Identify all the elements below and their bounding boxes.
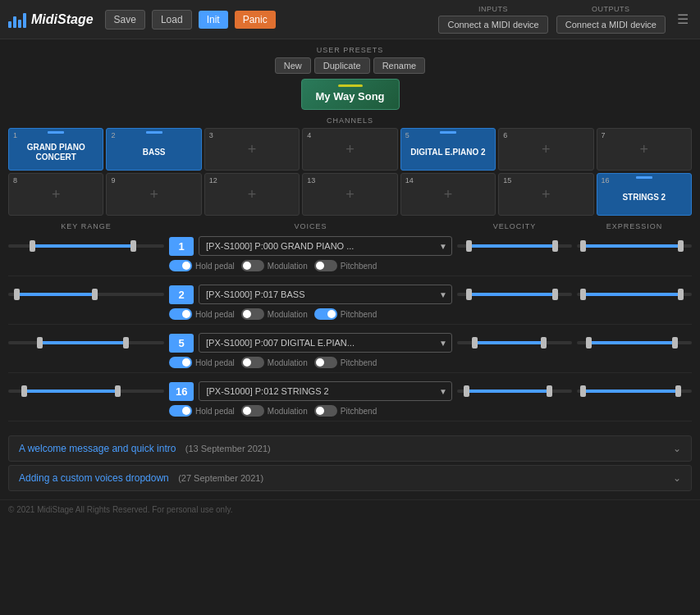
key-range-left-handle-1[interactable] — [30, 240, 35, 252]
connect-midi-input-button[interactable]: Connect a MIDI device — [438, 16, 547, 34]
accordion-header-1[interactable]: A welcome message and quick intro (13 Se… — [9, 436, 691, 461]
expression-slider-1[interactable] — [577, 240, 692, 252]
new-preset-button[interactable]: New — [275, 57, 311, 74]
toggle-hold-pedal-ch5[interactable]: Hold pedal — [169, 357, 235, 368]
channel-cell-16[interactable]: 16 STRINGS 2 — [597, 173, 692, 216]
channel-cell-13[interactable]: 13 + — [302, 173, 397, 216]
channel-number-12: 12 — [209, 176, 217, 184]
channel-number-3: 3 — [209, 131, 213, 139]
velocity-slider-2[interactable] — [457, 289, 572, 300]
velocity-slider-5[interactable] — [457, 337, 572, 348]
accordion-item-2: Adding a custom voices dropdown (27 Sept… — [8, 465, 692, 491]
toggle-modulation-ch2[interactable]: Modulation — [241, 308, 308, 320]
accordion-item-1: A welcome message and quick intro (13 Se… — [8, 435, 692, 462]
key-range-slider-5[interactable] — [8, 337, 164, 348]
toggle-pitchbend-ch5[interactable]: Pitchbend — [314, 357, 377, 368]
toggle-hold-pedal-ch2[interactable]: Hold pedal — [169, 308, 235, 320]
channel-cell-7[interactable]: 7 + — [597, 128, 692, 171]
expression-slider-16[interactable] — [577, 385, 692, 397]
key-range-left-handle-5[interactable] — [37, 337, 43, 348]
channel-number-13: 13 — [307, 176, 315, 184]
channel-plus-4: + — [345, 142, 355, 157]
channel-plus-7: + — [640, 142, 649, 157]
voice-select-5[interactable]: [PX-S1000] P:007 DIGITAL E.PIAN... — [199, 333, 452, 353]
key-range-left-handle-16[interactable] — [21, 385, 27, 397]
key-range-slider-16[interactable] — [8, 385, 164, 397]
toggle-pitchbend-ch2[interactable]: Pitchbend — [314, 308, 377, 320]
key-range-right-handle-2[interactable] — [92, 289, 98, 300]
key-range-left-handle-2[interactable] — [14, 289, 20, 300]
toggle-modulation-ch1[interactable]: Modulation — [241, 260, 308, 271]
preset-active-indicator — [338, 84, 363, 87]
channel-cell-5[interactable]: 5 DIGITAL E.PIANO 2 — [400, 128, 496, 171]
settings-button[interactable]: ☰ — [674, 8, 692, 30]
voice-select-2[interactable]: [PX-S1000] P:017 BASS — [199, 285, 452, 304]
channel-cell-1[interactable]: 1 GRAND PIANOCONCERT — [8, 128, 103, 171]
channel-plus-8: + — [52, 187, 61, 202]
key-range-slider-2[interactable] — [8, 289, 164, 300]
channel-number-4: 4 — [307, 131, 311, 139]
channel-cell-15[interactable]: 15 + — [498, 173, 593, 216]
toggle-pitchbend-ch16[interactable]: Pitchbend — [314, 405, 377, 417]
channels-label: CHANNELS — [8, 116, 692, 125]
duplicate-preset-button[interactable]: Duplicate — [314, 57, 370, 74]
expression-slider-2[interactable] — [577, 289, 692, 300]
channel-cell-6[interactable]: 6 + — [498, 128, 593, 171]
channel-plus-13: + — [345, 187, 355, 202]
load-button[interactable]: Load — [152, 10, 192, 30]
voice-select-1[interactable]: [PX-S1000] P:000 GRAND PIANO ... — [199, 236, 452, 256]
accordion-date-close-2: ) — [260, 473, 263, 483]
accordion-title-text-1: A welcome message and quick intro — [19, 443, 176, 454]
footer: © 2021 MidiStage All Rights Reserved. Fo… — [0, 499, 700, 519]
logo-bar-2 — [13, 16, 16, 28]
logo: MidiStage — [8, 11, 94, 28]
channel-badge-5: 5 — [169, 334, 194, 353]
voice-row-16: 16[PX-S1000] P:012 STRINGS 2▼ Hold pedal… — [8, 379, 692, 427]
logo-icon — [8, 11, 26, 28]
accordion-date-close-1: ) — [268, 444, 271, 453]
key-range-label: KEY RANGE — [8, 222, 164, 230]
velocity-slider-1[interactable] — [457, 240, 572, 252]
toggle-hold-pedal-ch1[interactable]: Hold pedal — [169, 260, 235, 271]
header: MidiStage Save Load Init Panic INPUTS Co… — [0, 0, 700, 39]
channel-plus-6: + — [542, 142, 551, 157]
rename-preset-button[interactable]: Rename — [373, 57, 426, 74]
channel-cell-9[interactable]: 9 + — [106, 173, 201, 216]
connect-midi-output-button[interactable]: Connect a MIDI device — [556, 16, 666, 34]
channel-name-16: STRINGS 2 — [622, 193, 666, 203]
velocity-slider-16[interactable] — [457, 385, 572, 397]
channel-indicator-5 — [440, 131, 456, 134]
key-range-right-handle-5[interactable] — [123, 337, 129, 348]
outputs-group: OUTPUTS Connect a MIDI device — [556, 5, 666, 34]
channel-cell-12[interactable]: 12 + — [204, 173, 300, 216]
channel-cell-2[interactable]: 2 BASS — [106, 128, 201, 171]
channel-cell-4[interactable]: 4 + — [302, 128, 397, 171]
init-button[interactable]: Init — [199, 11, 228, 29]
logo-bar-1 — [8, 21, 11, 28]
key-range-right-handle-1[interactable] — [130, 240, 136, 252]
footer-text: © 2021 MidiStage All Rights Reserved. Fo… — [8, 505, 232, 514]
voice-select-16[interactable]: [PX-S1000] P:012 STRINGS 2 — [199, 381, 452, 401]
channel-number-6: 6 — [503, 131, 507, 139]
channel-cell-14[interactable]: 14 + — [400, 173, 496, 216]
toggle-modulation-ch5[interactable]: Modulation — [241, 357, 308, 368]
channel-number-14: 14 — [405, 176, 414, 184]
expression-slider-5[interactable] — [577, 337, 692, 348]
key-range-right-handle-16[interactable] — [115, 385, 121, 397]
key-range-slider-1[interactable] — [8, 240, 164, 252]
toggle-modulation-ch16[interactable]: Modulation — [241, 405, 308, 417]
panic-button[interactable]: Panic — [235, 11, 276, 29]
channel-cell-3[interactable]: 3 + — [204, 128, 300, 171]
accordion-title-text-2: Adding a custom voices dropdown — [19, 472, 169, 484]
toggle-pitchbend-ch1[interactable]: Pitchbend — [314, 260, 377, 271]
accordion-header-2[interactable]: Adding a custom voices dropdown (27 Sept… — [9, 466, 691, 490]
channel-indicator-16 — [636, 176, 652, 179]
active-preset-card[interactable]: My Way Song — [301, 79, 400, 110]
channel-plus-12: + — [248, 187, 257, 202]
logo-bar-3 — [18, 20, 21, 28]
channel-cell-8[interactable]: 8 + — [8, 173, 103, 216]
channel-badge-16: 16 — [169, 382, 194, 401]
toggle-hold-pedal-ch16[interactable]: Hold pedal — [169, 405, 235, 417]
save-button[interactable]: Save — [105, 10, 145, 30]
accordion-title-1: A welcome message and quick intro (13 Se… — [19, 443, 271, 454]
